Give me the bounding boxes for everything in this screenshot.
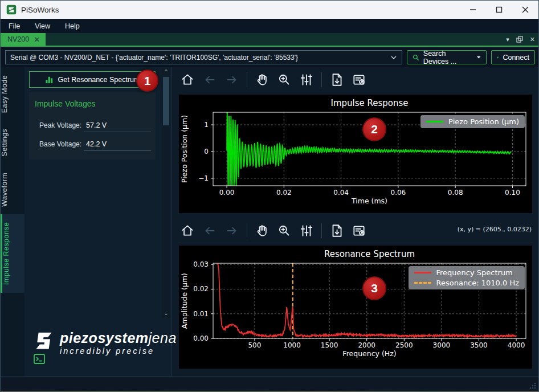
- sidebar-item-easy-mode[interactable]: Easy Mode: [1, 67, 24, 121]
- svg-text:0: 0: [204, 148, 209, 156]
- base-voltage-value[interactable]: 42.2 V: [86, 140, 107, 148]
- subplots-config-icon[interactable]: [298, 71, 315, 88]
- base-voltage-row: Base Voltage: 42.2 V: [39, 140, 107, 148]
- get-resonance-spectrum-label: Get Resonance Spectrum: [58, 76, 140, 84]
- tab-close-icon[interactable]: ✕: [34, 35, 40, 44]
- step-badge-2: 2: [362, 117, 386, 141]
- svg-text:0.04: 0.04: [333, 189, 349, 197]
- device-combobox-value: Serial @ COM3 - NV200/D_NET - {'actuator…: [10, 54, 298, 62]
- forward-icon[interactable]: [223, 71, 240, 88]
- subplots-config-icon[interactable]: [298, 222, 315, 239]
- home-icon[interactable]: [179, 71, 196, 88]
- svg-text:0.06: 0.06: [391, 189, 406, 197]
- figure-options-icon[interactable]: [350, 222, 368, 239]
- legend-line-sample: [414, 272, 431, 273]
- app-window: PiSoWorks File View Help NV200 ✕ ▾: [0, 0, 539, 392]
- forward-icon[interactable]: [223, 222, 240, 239]
- save-figure-icon[interactable]: [328, 71, 345, 88]
- zoom-icon[interactable]: [276, 71, 293, 88]
- figure-options-icon[interactable]: [350, 71, 368, 88]
- step-badge-3: 3: [362, 276, 386, 300]
- device-combobox[interactable]: Serial @ COM3 - NV200/D_NET - {'actuator…: [5, 50, 402, 64]
- sidebar-item-impulse-response[interactable]: Impulse Response: [1, 214, 24, 293]
- tab-bar: NV200 ✕ ▾ ✕: [1, 33, 538, 47]
- plug-icon: [497, 54, 499, 62]
- peak-voltage-value[interactable]: 57.2 V: [86, 121, 107, 129]
- svg-text:500: 500: [248, 341, 261, 349]
- pan-icon[interactable]: [254, 71, 271, 88]
- tabbar-close-icon[interactable]: ✕: [530, 36, 535, 43]
- spectrum-legend[interactable]: Frequency Spectrum Resonance: 1010.0 Hz: [409, 266, 525, 289]
- connect-label: Connect: [503, 54, 529, 62]
- scrollbar-down-icon[interactable]: ⌄: [162, 310, 170, 318]
- minimize-button[interactable]: [460, 1, 486, 19]
- close-button[interactable]: [512, 1, 538, 19]
- title-bar: PiSoWorks: [1, 1, 538, 19]
- impulse-legend-label: Piezo Position (µm): [448, 117, 519, 126]
- peak-voltage-underline: [84, 132, 151, 132]
- back-icon[interactable]: [201, 222, 218, 239]
- impulse-plot-toolbar: [179, 67, 368, 92]
- tab-list-chevron-icon[interactable]: ▾: [506, 36, 509, 43]
- svg-text:0.02: 0.02: [276, 189, 292, 197]
- brand-bold: piezosystem: [60, 330, 149, 346]
- bar-chart-icon: [45, 76, 54, 84]
- svg-text:Piezo Position (µm): Piezo Position (µm): [180, 115, 189, 183]
- brand-logo: piezosystemjena incredibly precise: [32, 331, 177, 356]
- terminal-icon[interactable]: [34, 354, 45, 364]
- spectrum-plot-toolbar: [179, 218, 368, 243]
- svg-text:Frequency (Hz): Frequency (Hz): [342, 349, 396, 358]
- plots-area: 0.000.020.040.060.080.10−101Impulse Resp…: [172, 67, 539, 377]
- svg-text:Time (ms): Time (ms): [351, 197, 387, 205]
- cursor-coordinates-readout: (x, y) = (2605., 0.0232): [458, 226, 532, 233]
- scrollbar-thumb[interactable]: [163, 77, 169, 125]
- menu-file[interactable]: File: [9, 22, 20, 30]
- toolbar-separator: [321, 72, 322, 87]
- status-bar: [1, 377, 538, 391]
- legend-line-sample: [426, 121, 443, 122]
- resonance-spectrum-plot[interactable]: 50010001500200025003000350040000.000.010…: [179, 246, 532, 369]
- combobox-chevron-icon: [390, 55, 397, 60]
- sidebar-item-waveform[interactable]: Waveform: [1, 165, 24, 215]
- menu-help[interactable]: Help: [65, 22, 80, 30]
- brand-tagline: incredibly precise: [60, 346, 177, 356]
- resize-grip[interactable]: [529, 382, 536, 389]
- toolbar-separator: [247, 72, 247, 87]
- float-window-icon[interactable]: [516, 36, 523, 43]
- svg-text:2500: 2500: [395, 341, 413, 349]
- svg-text:0.03: 0.03: [193, 260, 209, 268]
- sidebar-item-settings[interactable]: Settings: [1, 121, 24, 164]
- svg-text:0.10: 0.10: [505, 189, 520, 197]
- base-voltage-underline: [84, 150, 151, 151]
- home-icon[interactable]: [179, 222, 196, 239]
- pan-icon[interactable]: [254, 222, 271, 239]
- spectrum-legend-label: Frequency Spectrum: [436, 268, 513, 277]
- impulse-voltages-group: Impulse Voltages Peak Voltage: 57.2 V Ba…: [29, 92, 156, 160]
- menu-bar: File View Help: [1, 19, 538, 33]
- svg-text:0.08: 0.08: [448, 189, 463, 197]
- maximize-button[interactable]: [486, 1, 512, 19]
- search-devices-button[interactable]: Search Devices ...: [407, 50, 487, 64]
- window-title: PiSoWorks: [21, 6, 59, 14]
- zoom-icon[interactable]: [276, 222, 293, 239]
- back-icon[interactable]: [201, 71, 218, 88]
- tab-nv200[interactable]: NV200 ✕: [1, 33, 46, 46]
- impulse-response-panel: Get Resonance Spectrum Impulse Voltages …: [24, 67, 172, 377]
- svg-text:−1: −1: [198, 174, 209, 182]
- impulse-response-plot[interactable]: 0.000.020.040.060.080.10−101Impulse Resp…: [179, 95, 532, 213]
- scrollbar-up-icon[interactable]: ⌃: [162, 68, 170, 76]
- step-badge-1: 1: [136, 70, 158, 92]
- toolbar-separator: [247, 223, 247, 238]
- connect-button[interactable]: Connect: [491, 50, 535, 64]
- main-area: Easy Mode Settings Waveform Impulse Resp…: [1, 67, 538, 377]
- search-devices-label: Search Devices ...: [423, 50, 472, 66]
- menu-view[interactable]: View: [35, 22, 50, 30]
- toolbar-separator: [321, 223, 322, 238]
- save-figure-icon[interactable]: [328, 222, 345, 239]
- panel-scrollbar[interactable]: ⌃ ⌄: [162, 68, 170, 318]
- search-dropdown-caret-icon: [476, 55, 481, 59]
- svg-text:Resonance Spectrum: Resonance Spectrum: [324, 249, 415, 259]
- legend-dashed-sample: [414, 282, 431, 284]
- svg-text:0.00: 0.00: [193, 334, 209, 342]
- impulse-legend[interactable]: Piezo Position (µm): [420, 115, 525, 128]
